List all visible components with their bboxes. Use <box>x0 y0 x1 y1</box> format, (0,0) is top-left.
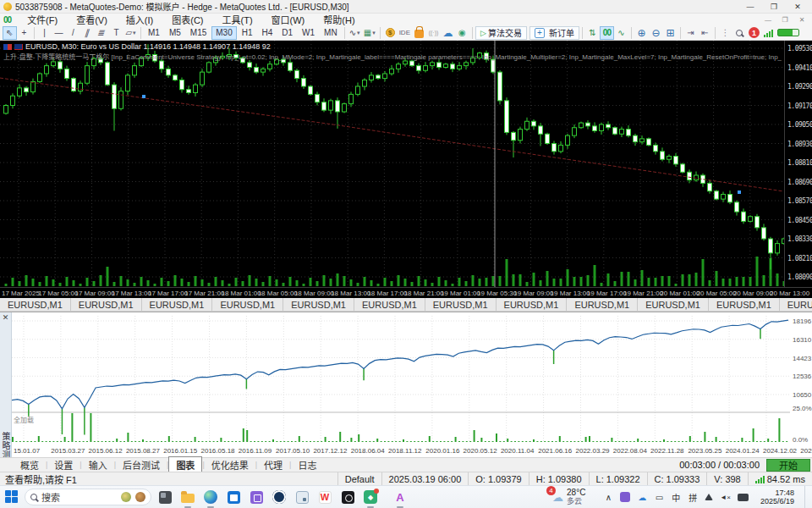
chart-tab-5[interactable]: EURUSD,M1 <box>354 298 425 311</box>
child-close-button[interactable]: ✕ <box>795 16 809 24</box>
tester-tab-7[interactable]: 日志 <box>291 457 323 472</box>
horizontal-line-tool-icon[interactable]: — <box>52 26 66 40</box>
tablet-mode-icon[interactable]: ▭ <box>654 493 664 502</box>
timeframe-M15[interactable]: M15 <box>186 26 211 40</box>
onedrive-icon[interactable]: ☁ <box>637 493 647 502</box>
snipping-app-icon[interactable] <box>294 489 310 505</box>
overflow-dots-icon[interactable]: ⋮ <box>718 26 732 40</box>
bar-chart-mode-icon[interactable]: 00 <box>600 26 614 40</box>
equity-curve-chart[interactable]: 181961631014423125361065025.0%0.0%全加载 <box>12 312 812 446</box>
zoom-in-icon[interactable]: ⊕ <box>634 26 649 40</box>
shop-icon[interactable] <box>412 26 426 40</box>
menu-charts[interactable]: 图表(C) <box>162 13 212 26</box>
menu-insert[interactable]: 插入(I) <box>117 13 162 26</box>
price-scale[interactable]: 1.095301.094101.092901.091701.090501.089… <box>784 41 812 287</box>
timeframe-M5[interactable]: M5 <box>165 26 185 40</box>
menu-tools[interactable]: 工具(T) <box>213 13 262 26</box>
zoom-out-icon[interactable]: ⊖ <box>649 26 663 40</box>
search-icon[interactable] <box>732 26 747 40</box>
navy-circle-app-icon[interactable] <box>272 489 287 505</box>
time-axis[interactable]: 17 Mar 202517 Mar 05:0017 Mar 09:0017 Ma… <box>0 287 812 298</box>
taskbar-app-tool-icon[interactable] <box>157 489 173 505</box>
ide-button[interactable]: IDE <box>398 26 412 40</box>
timeframe-M30[interactable]: M30 <box>211 26 236 40</box>
tester-tab-5[interactable]: 优化结果 <box>205 457 255 472</box>
purple-app-icon[interactable] <box>249 489 264 505</box>
restore-button[interactable]: ❐ <box>763 1 785 12</box>
chart-tab-4[interactable]: EURUSD,M1 <box>283 298 354 311</box>
child-minimize-button[interactable]: — <box>761 16 775 24</box>
minimize-button[interactable]: — <box>739 1 761 12</box>
wifi-icon[interactable] <box>705 494 713 500</box>
shift-chart-right-icon[interactable]: ⇥ <box>683 26 698 40</box>
notifications-badge[interactable]: 1 <box>747 26 761 40</box>
timeframe-W1[interactable]: W1 <box>298 26 319 40</box>
menu-help[interactable]: 帮助(H) <box>314 13 364 26</box>
new-order-button[interactable]: +新订单 <box>529 26 579 40</box>
tester-tab-3[interactable]: 后台测试 <box>116 457 167 472</box>
broadcast-icon[interactable]: ((·)) <box>426 26 441 40</box>
edge-browser-icon[interactable] <box>203 489 218 505</box>
close-panel-icon[interactable]: ✕ <box>3 314 9 322</box>
chart-tab-1[interactable]: EURUSD,M1 <box>71 298 142 311</box>
indicator-window-menu-icon[interactable]: ▦▾ <box>362 26 377 40</box>
chart-tab-0[interactable]: EURUSD,M1 <box>0 298 71 311</box>
text-tool-icon[interactable]: T <box>109 26 123 40</box>
taskbar-clock[interactable]: 17:48 2025/6/19 <box>760 489 794 505</box>
candlestick-chart[interactable] <box>0 41 812 287</box>
wps-office-icon[interactable]: W <box>317 489 332 505</box>
channel-tool-icon[interactable]: ∥ <box>80 26 95 40</box>
chart-tab-7[interactable]: EURUSD,M1 <box>497 298 568 311</box>
timeframe-D1[interactable]: D1 <box>277 26 297 40</box>
mt5-taskbar-icon[interactable]: ◆ <box>363 489 378 505</box>
crosshair-tool-icon[interactable]: + <box>17 26 31 40</box>
market-watch-coin-icon[interactable]: $ <box>383 26 398 40</box>
fibonacci-tool-icon[interactable]: ≣ <box>95 26 109 40</box>
shift-chart-left-icon[interactable]: ⇤ <box>698 26 712 40</box>
ping-cell[interactable]: 84.52 ms <box>748 472 812 485</box>
show-desktop-strip[interactable] <box>804 486 807 508</box>
tester-tab-0[interactable]: 概览 <box>14 457 46 472</box>
camera-app-icon[interactable] <box>340 489 355 505</box>
volume-muted-icon[interactable]: ◄× <box>720 494 731 501</box>
timeframe-M1[interactable]: M1 <box>144 26 164 40</box>
ime-language-button[interactable]: 中 <box>671 491 681 504</box>
chart-tab-6[interactable]: EURUSD,M1 <box>425 298 497 311</box>
tester-tab-4[interactable]: 图表 <box>168 456 202 473</box>
start-test-button[interactable]: 开始 <box>766 459 810 472</box>
file-explorer-icon[interactable] <box>180 489 195 505</box>
cloud-icon[interactable]: ☁ <box>441 26 455 40</box>
cursor-tool-icon[interactable]: ⇖ <box>3 26 17 40</box>
a-app-icon[interactable]: A <box>392 489 408 505</box>
tray-purple-app-icon[interactable] <box>620 492 630 502</box>
menu-window[interactable]: 窗口(W) <box>262 13 315 26</box>
indicator-line-menu-icon[interactable]: ∿▾ <box>348 26 362 40</box>
chart-tab-3[interactable]: EURUSD,M1 <box>212 298 283 311</box>
web-terminal-icon[interactable]: ◉ <box>455 26 469 40</box>
tick-chart-icon[interactable]: ⇅ <box>585 26 600 40</box>
chart-tab-8[interactable]: EURUSD,M1 <box>567 298 638 311</box>
tester-tab-1[interactable]: 设置 <box>47 457 80 472</box>
chart-area[interactable]: EURUSD, M30: Euro vs US Dollar 1.14916 1… <box>0 41 812 298</box>
vertical-line-tool-icon[interactable]: | <box>37 26 52 40</box>
timeframe-MN[interactable]: MN <box>320 26 342 40</box>
tester-tab-6[interactable]: 代理 <box>257 457 289 472</box>
weather-widget[interactable]: 4 ☁ 28°C 多云 <box>552 489 585 505</box>
tray-chevron-icon[interactable]: ∧ <box>603 493 613 502</box>
chart-tab-2[interactable]: EURUSD,M1 <box>142 298 213 311</box>
tile-windows-icon[interactable]: ⊞ <box>663 26 678 40</box>
tester-tab-2[interactable]: 输入 <box>82 457 114 472</box>
profile-selector[interactable]: Default <box>337 472 381 485</box>
menu-view[interactable]: 查看(V) <box>67 13 117 26</box>
algo-trading-button[interactable]: ▷算法交易 <box>475 26 527 40</box>
start-button[interactable] <box>5 490 19 504</box>
device-icon[interactable] <box>738 494 749 501</box>
child-restore-button[interactable]: ❐ <box>778 16 792 24</box>
line-chart-mode-icon[interactable]: ∿ <box>614 26 628 40</box>
chart-tab-9[interactable]: EURUSD,M1 <box>638 298 709 311</box>
ime-pinyin-button[interactable]: 拼 <box>688 491 698 504</box>
taskbar-search[interactable]: 搜索 <box>25 489 151 505</box>
close-button[interactable]: ✕ <box>787 1 809 12</box>
menu-file[interactable]: 文件(F) <box>18 13 67 26</box>
trendline-tool-icon[interactable]: / <box>66 26 80 40</box>
